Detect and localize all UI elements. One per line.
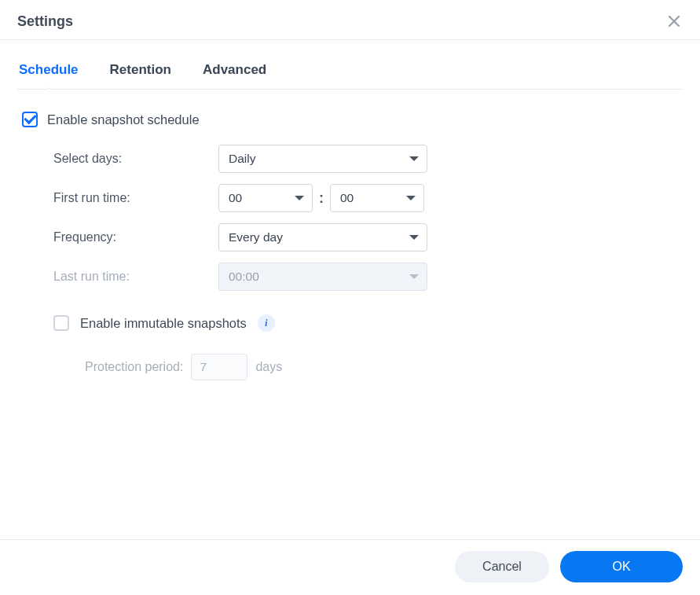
tab-schedule[interactable]: Schedule — [17, 54, 80, 89]
chevron-down-icon — [406, 196, 416, 200]
last-run-row: Last run time: 00:00 — [53, 263, 678, 291]
immutable-row: Enable immutable snapshots i — [53, 314, 678, 332]
enable-schedule-row: Enable snapshot schedule — [22, 112, 678, 127]
tab-retention[interactable]: Retention — [108, 54, 173, 89]
frequency-row: Frequency: Every day — [53, 223, 678, 252]
schedule-form: Select days: Daily First run time: 00 : … — [22, 145, 678, 380]
chevron-down-icon — [295, 196, 304, 200]
schedule-panel: Enable snapshot schedule Select days: Da… — [17, 90, 683, 380]
enable-schedule-label[interactable]: Enable snapshot schedule — [47, 112, 200, 127]
tab-label: Schedule — [19, 62, 79, 77]
select-days-row: Select days: Daily — [53, 145, 678, 173]
last-run-label: Last run time: — [53, 270, 218, 284]
tab-bar: Schedule Retention Advanced — [17, 54, 683, 90]
select-value: 00 — [340, 191, 354, 205]
chevron-down-icon — [409, 274, 419, 279]
frequency-dropdown[interactable]: Every day — [218, 223, 427, 252]
protection-unit: days — [255, 360, 282, 374]
immutable-label[interactable]: Enable immutable snapshots — [80, 316, 247, 331]
tab-label: Advanced — [203, 62, 266, 77]
protection-label: Protection period: — [85, 360, 183, 374]
cancel-button[interactable]: Cancel — [455, 551, 549, 582]
protection-period-input — [191, 354, 247, 380]
first-run-label: First run time: — [53, 191, 218, 205]
chevron-down-icon — [409, 156, 419, 161]
frequency-label: Frequency: — [53, 230, 218, 244]
dialog-header: Settings — [0, 0, 700, 40]
dialog-footer: Cancel OK — [0, 539, 700, 595]
info-icon[interactable]: i — [258, 314, 275, 332]
select-value: 00:00 — [229, 270, 259, 284]
time-separator: : — [319, 190, 324, 207]
tab-active-indicator — [42, 83, 55, 90]
first-run-hour-dropdown[interactable]: 00 — [218, 184, 313, 212]
select-value: Every day — [229, 230, 283, 244]
settings-dialog: Settings Schedule Retention Advanced Ena… — [0, 0, 700, 595]
enable-schedule-checkbox[interactable] — [22, 112, 38, 127]
select-value: Daily — [229, 152, 255, 166]
select-value: 00 — [229, 191, 242, 205]
chevron-down-icon — [409, 235, 419, 240]
last-run-dropdown: 00:00 — [218, 263, 427, 291]
first-run-row: First run time: 00 : 00 — [53, 184, 678, 212]
protection-row: Protection period: days — [53, 354, 678, 380]
tab-label: Retention — [110, 62, 171, 77]
select-days-label: Select days: — [53, 152, 218, 166]
dialog-title: Settings — [17, 13, 73, 30]
immutable-checkbox[interactable] — [53, 315, 69, 331]
select-days-dropdown[interactable]: Daily — [218, 145, 427, 173]
ok-button[interactable]: OK — [560, 551, 683, 582]
first-run-minute-dropdown[interactable]: 00 — [330, 184, 424, 212]
close-icon[interactable] — [665, 13, 683, 30]
tab-advanced[interactable]: Advanced — [201, 54, 268, 89]
dialog-body: Schedule Retention Advanced Enable snaps… — [0, 40, 700, 539]
